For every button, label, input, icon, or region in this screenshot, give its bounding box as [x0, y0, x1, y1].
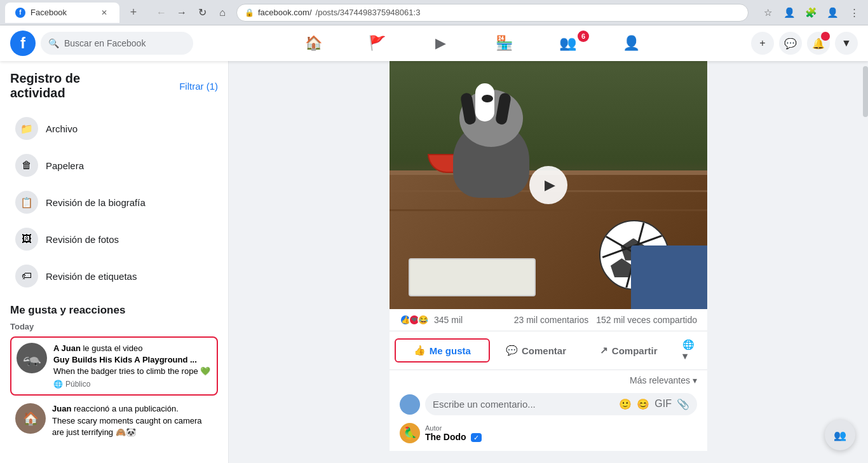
comment-button[interactable]: 💬 Comentar [490, 340, 583, 361]
nav-flag[interactable]: 🚩 [345, 28, 409, 59]
activity-subtitle: When the badger tries to climb the rope … [53, 366, 212, 377]
add-btn[interactable]: + [751, 32, 774, 55]
browser-actions: ☆ 👤 🧩 👤 ⋮ [759, 4, 863, 22]
likes-section-title: Me gusta y reacciones [10, 304, 218, 317]
sidebar-item-label: Revisión de fotos [46, 234, 119, 245]
people-icon: 👥 [834, 429, 846, 441]
new-tab-btn[interactable]: + [125, 4, 142, 22]
haha-reaction-icon: 😂 [417, 314, 429, 326]
search-placeholder: Buscar en Facebook [64, 38, 146, 48]
author-avatar: 🦜 [400, 423, 420, 443]
activity-meta-1: 🌐 Público [53, 379, 212, 390]
profile-btn[interactable]: 👤 [780, 4, 798, 22]
address-bar[interactable]: 🔒 facebook.com/ /posts/3474498375948061:… [236, 4, 749, 22]
activity-item-reaction[interactable]: 🏠 Juan reaccionó a una publicación. Thes… [10, 398, 218, 443]
author-info: Autor The Dodo ✓ [425, 424, 482, 442]
activity-avatar-juan: 🦡 [17, 343, 47, 373]
author-label: Autor [425, 424, 482, 432]
comment-emoji-icons: 🙂 😊 GIF 📎 [619, 398, 689, 410]
like-label: Me gusta [430, 345, 471, 356]
sidebar-item-archivo[interactable]: 📁 Archivo [10, 111, 218, 146]
filter-link[interactable]: Filtrar (1) [179, 81, 218, 92]
content-area: ▶ 👍 ❤ 😂 345 mil [229, 61, 868, 463]
fb-logo[interactable]: f [10, 31, 36, 56]
messenger-btn[interactable]: 💬 [779, 32, 802, 55]
comment-input[interactable]: Escribe un comentario... 🙂 😊 GIF 📎 [425, 393, 697, 415]
tab-close-btn[interactable]: ✕ [99, 8, 109, 18]
comment-label: Comentar [522, 345, 566, 356]
attachment-icon[interactable]: 📎 [677, 398, 689, 410]
sidebar-item-label: Papelera [46, 160, 84, 171]
comment-input-area: Escribe un comentario... 🙂 😊 GIF 📎 [400, 393, 697, 415]
sidebar-item-label: Revisión de la biografía [46, 197, 146, 208]
author-name[interactable]: The Dodo [425, 432, 466, 442]
activity-text-1: A Juan le gusta el video Guy Builds His … [53, 343, 212, 389]
sidebar-title: Registro de actividad [10, 71, 80, 100]
nav-home[interactable]: 🏠 [281, 28, 345, 59]
activity-avatar-juan2: 🏠 [15, 403, 46, 434]
nav-groups[interactable]: 👥 6 [536, 28, 599, 59]
browser-tab[interactable]: f Facebook ✕ [5, 3, 119, 23]
shares-count[interactable]: 152 mil veces compartido [596, 315, 697, 325]
revision-bio-icon: 📋 [15, 191, 38, 214]
like-icon: 👍 [414, 345, 426, 356]
nav-marketplace[interactable]: 🏪 [472, 28, 536, 59]
notifications-btn[interactable]: 🔔 [807, 32, 830, 55]
video-thumbnail[interactable]: ▶ [390, 61, 707, 309]
sidebar-item-papelera[interactable]: 🗑 Papelera [10, 148, 218, 183]
author-row: 🦜 Autor The Dodo ✓ [400, 420, 697, 446]
sidebar-item-revision-bio[interactable]: 📋 Revisión de la biografía [10, 184, 218, 220]
revision-etiquetas-icon: 🏷 [15, 265, 38, 287]
video-play-overlay[interactable]: ▶ [390, 61, 707, 309]
gif-icon[interactable]: GIF [654, 398, 672, 410]
sidebar-item-revision-fotos[interactable]: 🖼 Revisión de fotos [10, 221, 218, 257]
activity-video-title: Guy Builds His Kids A Playground ... [53, 354, 212, 366]
scrollbar-thumb[interactable] [863, 66, 868, 117]
reactions-summary[interactable]: 👍 ❤ 😂 345 mil [400, 314, 463, 326]
post-actions: 👍 Me gusta 💬 Comentar ↗ Compartir 🌐▾ [390, 331, 707, 370]
forward-btn[interactable]: → [173, 4, 191, 22]
account-btn[interactable]: ▼ [835, 32, 858, 55]
emoji-icon[interactable]: 🙂 [619, 398, 632, 410]
floating-people-btn[interactable]: 👥 [825, 420, 855, 450]
reaction-icons: 👍 ❤ 😂 [400, 314, 429, 326]
more-reactions-btn[interactable]: 🌐▾ [675, 334, 702, 367]
nav-profile-center[interactable]: 👤 [599, 28, 663, 59]
share-button[interactable]: ↗ Compartir [582, 340, 675, 361]
nav-center: 🏠 🚩 ▶ 🏪 👥 6 👤 [193, 28, 751, 59]
tab-title: Facebook [31, 8, 67, 17]
revision-fotos-icon: 🖼 [15, 228, 38, 251]
back-btn[interactable]: ← [153, 4, 170, 22]
reactions-count: 345 mil [434, 315, 463, 325]
sidebar-item-revision-etiquetas[interactable]: 🏷 Revisión de etiquetas [10, 258, 218, 294]
search-icon: 🔍 [48, 38, 59, 48]
sidebar-item-label: Archivo [46, 123, 78, 134]
activity-username-2: Juan [52, 404, 71, 413]
sort-dropdown[interactable]: Más relevantes ▾ [400, 375, 697, 385]
play-button[interactable]: ▶ [529, 166, 567, 204]
today-label: Today [10, 322, 218, 331]
sticker-icon[interactable]: 😊 [637, 398, 649, 410]
activity-text-2: Juan reaccionó a una publicación. These … [52, 403, 213, 438]
like-button[interactable]: 👍 Me gusta [395, 338, 490, 363]
papelera-icon: 🗑 [15, 154, 38, 177]
tab-favicon: f [15, 8, 25, 18]
nav-video[interactable]: ▶ [409, 28, 472, 59]
browser-nav: ← → ↻ ⌂ [153, 4, 231, 22]
comment-icon: 💬 [506, 345, 518, 356]
archivo-icon: 📁 [15, 117, 38, 140]
groups-badge: 6 [578, 31, 589, 42]
share-label: Compartir [612, 345, 658, 356]
sidebar-header: Registro de actividad Filtrar (1) [10, 71, 218, 100]
comments-count[interactable]: 23 mil comentarios [514, 315, 589, 325]
menu-btn[interactable]: ⋮ [845, 4, 863, 22]
activity-item-like-video[interactable]: 🦡 A Juan le gusta el video Guy Builds Hi… [10, 336, 218, 396]
sidebar-item-label: Revisión de etiquetas [46, 271, 137, 282]
home-btn[interactable]: ⌂ [214, 4, 231, 22]
extensions-btn[interactable]: 🧩 [802, 4, 820, 22]
user-avatar-btn[interactable]: 👤 [824, 4, 841, 22]
bookmark-btn[interactable]: ☆ [759, 4, 776, 22]
main-layout: Registro de actividad Filtrar (1) 📁 Arch… [0, 61, 868, 463]
refresh-btn[interactable]: ↻ [193, 4, 211, 22]
search-bar[interactable]: 🔍 Buscar en Facebook [41, 32, 193, 55]
